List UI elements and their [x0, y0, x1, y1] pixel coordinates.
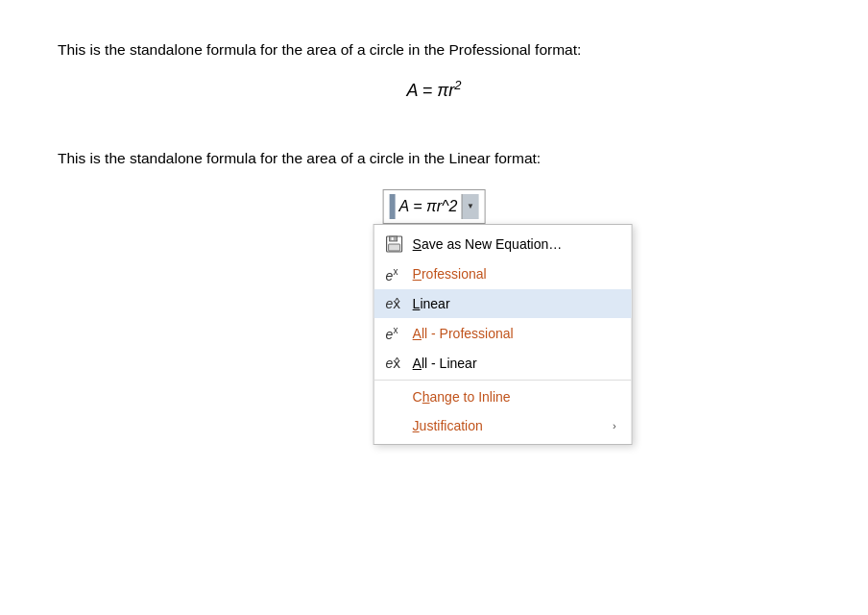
menu-label-all-professional: All - Professional: [413, 326, 616, 341]
svg-rect-2: [389, 244, 400, 251]
linear-icon: ex̂: [386, 296, 413, 311]
intro-professional: This is the standalone formula for the a…: [58, 38, 810, 61]
menu-item-all-professional[interactable]: ex All - Professional: [374, 318, 632, 349]
professional-icon: ex: [386, 266, 413, 283]
menu-label-change-inline: Change to Inline: [413, 389, 616, 405]
menu-item-professional[interactable]: ex Professional: [374, 259, 632, 290]
menu-divider: [374, 380, 632, 381]
save-icon: [386, 235, 413, 253]
equation-dropdown-button[interactable]: [461, 194, 478, 219]
justification-submenu-arrow: ›: [613, 420, 616, 431]
svg-rect-3: [392, 237, 394, 240]
intro-linear: This is the standalone formula for the a…: [58, 147, 810, 169]
equation-area: A = πr^2 Save as New Equation… ex Profe: [383, 189, 486, 224]
equation-handle: [390, 194, 396, 219]
all-linear-icon: ex̂: [386, 356, 413, 371]
menu-item-save-new-equation[interactable]: Save as New Equation…: [374, 229, 632, 259]
menu-item-linear[interactable]: ex̂ Linear: [374, 289, 632, 318]
menu-label-linear: Linear: [413, 296, 616, 311]
menu-label-justification: Justification: [413, 418, 613, 433]
dropdown-menu: Save as New Equation… ex Professional ex…: [374, 224, 633, 445]
menu-item-all-linear[interactable]: ex̂ All - Linear: [374, 349, 632, 378]
menu-item-justification[interactable]: Justification ›: [374, 411, 632, 440]
menu-label-professional: Professional: [413, 266, 616, 282]
formula-professional: A = πr2: [406, 81, 461, 100]
equation-box[interactable]: A = πr^2: [383, 189, 486, 224]
formula-professional-block: A = πr2: [58, 78, 810, 101]
menu-label-save-new-equation: Save as New Equation…: [413, 236, 616, 252]
menu-item-change-inline[interactable]: Change to Inline: [374, 382, 632, 411]
equation-text: A = πr^2: [399, 198, 458, 215]
menu-label-all-linear: All - Linear: [413, 356, 616, 371]
all-professional-icon: ex: [386, 325, 413, 342]
